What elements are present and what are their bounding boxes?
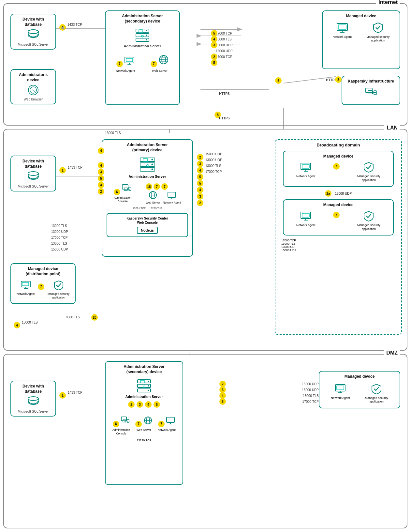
badge-1-lan: 1 bbox=[59, 167, 66, 174]
web-server-label-lan: Web Server bbox=[146, 201, 160, 204]
internet-managed-device-title: Managed device bbox=[325, 14, 397, 19]
svg-point-81 bbox=[148, 381, 149, 382]
admin-device-title: Administrator's device bbox=[14, 72, 53, 83]
port-13000udp-lan-right: 13000 UDP bbox=[205, 158, 222, 162]
svg-point-77 bbox=[28, 397, 38, 401]
badge-5-dmz-right: 5 bbox=[154, 401, 160, 408]
lan-label: LAN bbox=[384, 125, 400, 131]
svg-rect-23 bbox=[139, 30, 143, 32]
badge-7-netagt-lan: 7 bbox=[161, 183, 168, 190]
badge-4c-lan-right: 4 bbox=[197, 187, 203, 193]
port-13299tls-lan: 13291 TCP 13299 TLS bbox=[105, 207, 190, 210]
server-icon-lan-primary bbox=[139, 155, 156, 173]
admin-console-icon-lan bbox=[122, 183, 131, 193]
server-icon-dmz bbox=[136, 377, 152, 393]
port-15000udp-dmz: 15000 UDP bbox=[302, 382, 319, 386]
internet-zone: Internet Device with database Microsoft … bbox=[3, 3, 407, 126]
arrow-db-admin-internet bbox=[58, 26, 84, 30]
svg-rect-93 bbox=[167, 417, 174, 422]
web-server-label-dmz: Web Server bbox=[135, 428, 152, 432]
badge-4-13000tls-internet: 4 bbox=[211, 36, 217, 42]
network-agent-icon-managed-internet bbox=[336, 22, 348, 33]
managed-security-bd2 bbox=[363, 210, 374, 221]
network-agent-bd1-label: Network Agent bbox=[296, 175, 316, 178]
port-8080tls-lan: 8080 TLS bbox=[66, 315, 80, 319]
badge-3-dmz-port: 3 bbox=[219, 387, 226, 393]
internet-db-device: Device with database Microsoft SQL Serve… bbox=[10, 14, 56, 50]
internet-managed-device: Managed device Network Agent bbox=[322, 10, 400, 69]
port-13000tls-lan-left: 13000 TLS bbox=[51, 224, 67, 228]
managed-security-bd1-label: Managed securityapplication bbox=[357, 175, 380, 182]
internet-label: Internet bbox=[376, 0, 400, 5]
network-agent-label-dmz: Network Agent bbox=[158, 428, 176, 432]
diagram-container: Internet Device with database Microsoft … bbox=[0, 0, 411, 532]
badge-4b-lan-left: 4 bbox=[98, 182, 104, 188]
port-17000tcp2-internet: 17000 TCP bbox=[216, 55, 232, 59]
badge-7-netagt-dmz: 7 bbox=[158, 421, 165, 427]
svg-point-51 bbox=[151, 164, 153, 165]
badge-5b-lan-right: 5 bbox=[197, 180, 203, 187]
managed-security-bd2-label: Managed securityapplication bbox=[357, 223, 380, 231]
badge-4-lan-left: 4 bbox=[98, 162, 104, 169]
badge-6-dmz: 6 bbox=[113, 421, 119, 427]
port-13000udp-lan-left: 13000 UDP bbox=[51, 230, 68, 234]
svg-rect-99 bbox=[337, 386, 344, 390]
managed-security-dp-label: Managed securityapplication bbox=[48, 292, 69, 299]
badge-5-dmz-port: 5 bbox=[219, 398, 226, 405]
badge-6-adminconsole: 6 bbox=[114, 189, 120, 195]
kaspersky-infra-title: Kaspersky infrastructure bbox=[345, 79, 397, 84]
svg-point-20 bbox=[146, 30, 147, 31]
network-agent-icon-dmz bbox=[166, 416, 175, 425]
badge-2-dmz-right: 2 bbox=[128, 401, 135, 408]
admin-device-internet: Administrator's device Web browser bbox=[10, 69, 56, 104]
web-server-icon-lan bbox=[148, 190, 157, 200]
distribution-point-box: Managed device(distribution point) Netwo… bbox=[10, 263, 76, 304]
lan-zone: LAN 13000 TLS Device with database Micro… bbox=[3, 129, 407, 351]
kaspersky-infra-box: Kaspersky infrastructure bbox=[342, 76, 400, 105]
managed-security-dp bbox=[53, 280, 64, 290]
dmz-zone: DMZ Device with database Microsoft SQL S… bbox=[3, 354, 407, 528]
svg-point-22 bbox=[146, 39, 147, 40]
network-agent-label-managed-internet: Network Agent bbox=[333, 35, 352, 38]
managed-security-icon-internet bbox=[372, 22, 384, 33]
dmz-db-device: Device with database Microsoft SQL Serve… bbox=[10, 381, 56, 417]
database-icon bbox=[27, 28, 40, 41]
network-agent-bd1 bbox=[300, 161, 311, 173]
badge-3-dmz-right: 3 bbox=[137, 401, 143, 408]
https-label-1: HTTPS bbox=[219, 92, 230, 96]
svg-rect-62 bbox=[168, 192, 176, 197]
network-agent-dmz-managed bbox=[335, 383, 346, 394]
badge-3-13000udp-internet: 3 bbox=[211, 42, 217, 48]
ksc-webconsole-box: Kaspersky Security CenterWeb Console Nod… bbox=[107, 213, 188, 237]
dmz-admin-server-title: Administration Server(secondary) device bbox=[108, 364, 180, 374]
badge-5-17000-internet: 5 bbox=[211, 30, 217, 37]
database-icon-dmz bbox=[27, 395, 40, 408]
web-server-icon-internet bbox=[158, 54, 169, 65]
badge-3-lan-left: 3 bbox=[98, 169, 104, 175]
badge-5-lan-left: 5 bbox=[98, 175, 104, 182]
badge-7-bd2: 7 bbox=[333, 212, 340, 218]
port-13000udp-dmz: 13000 UDP bbox=[302, 388, 319, 392]
port-13000tls-internet: 13000 TLS bbox=[216, 38, 232, 41]
badge-2a-lan: 2a bbox=[325, 190, 331, 197]
admin-console-label-dmz: AdministrationConsole bbox=[112, 428, 130, 435]
lan-db-device: Device with database Microsoft SQL Serve… bbox=[10, 156, 56, 191]
managed-security-bd1 bbox=[363, 161, 374, 173]
badge-2-lan-left: 2 bbox=[98, 188, 104, 195]
network-agent-label-lan2: Network Agent bbox=[163, 201, 181, 204]
distribution-point-title: Managed device(distribution point) bbox=[14, 266, 72, 277]
badge-4-dmz-right: 4 bbox=[145, 401, 152, 408]
https-label-3: HTTPS bbox=[219, 116, 230, 120]
network-agent-icon-internet bbox=[124, 54, 135, 65]
badge-4-top-lan: 4 bbox=[98, 147, 104, 154]
port-17000tcp-lan-right: 17000 TCP bbox=[205, 170, 222, 174]
lan-admin-server-sublabel: Administration Server bbox=[105, 175, 190, 178]
port-17000tcp-lan-left: 17000 TCP bbox=[51, 236, 67, 239]
broadcasting-domain-box: Broadcasting domain Managed device Netwo… bbox=[275, 139, 402, 335]
broadcasting-managed-2-title: Managed device bbox=[286, 203, 390, 208]
dmz-db-subtitle: Microsoft SQL Server bbox=[14, 410, 53, 413]
svg-rect-53 bbox=[143, 159, 148, 161]
svg-rect-68 bbox=[302, 164, 309, 168]
badge-2-internet: 2 bbox=[211, 53, 217, 60]
browser-icon bbox=[27, 84, 39, 96]
